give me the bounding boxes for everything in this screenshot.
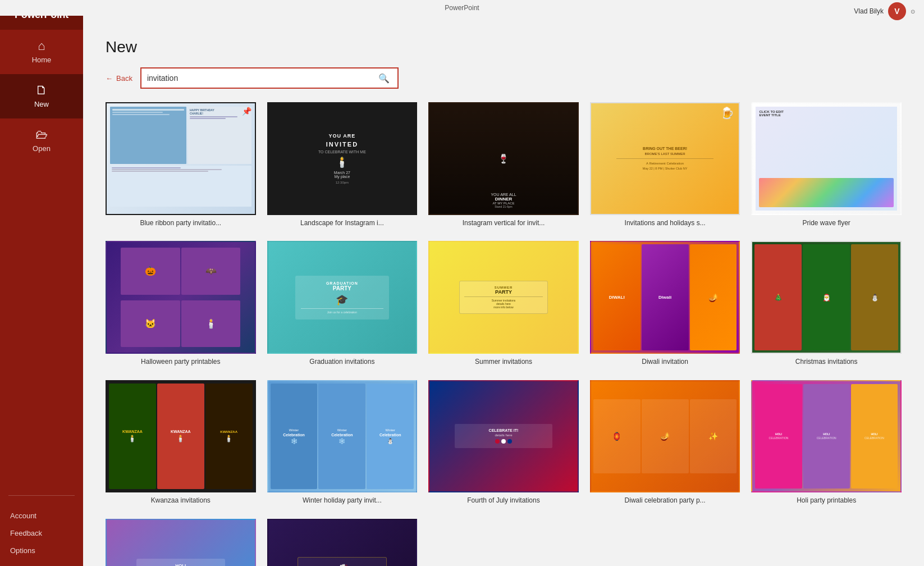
template-name-winter: Winter holiday party invit... <box>267 496 418 505</box>
template-card-halloween[interactable]: 🎃 🦇 🐱 🕯️ Halloween party printables <box>106 241 256 366</box>
back-arrow-icon: ← <box>106 74 113 83</box>
sidebar-nav: ⌂ Home 🗋 New 🗁 Open <box>0 30 83 491</box>
template-name-diwali2: Diwali celebration party p... <box>590 496 740 505</box>
template-card-holi2[interactable]: HOLI Party 🎨 Holi party printables <box>106 519 256 566</box>
template-name-summer: Summer invitations <box>428 358 579 367</box>
template-name-pride: Pride wave flyer <box>751 219 902 228</box>
template-name-christmas: Christmas invitations <box>751 358 902 367</box>
sidebar-divider <box>8 495 75 496</box>
template-card-winter[interactable]: Winter Celebration ❄️ Winter Celebration… <box>267 380 418 505</box>
template-name-holi: Holi party printables <box>751 496 902 505</box>
template-name-instagram: Instagram vertical for invit... <box>428 219 579 228</box>
app-top-label: PowerPoint <box>445 4 479 12</box>
template-name-july4: Fourth of July invitations <box>428 496 579 505</box>
template-thumb-summer: SUMMER PARTY Summer invitations details … <box>428 241 579 354</box>
template-card-holi[interactable]: HOLI CELEBRATION HOLI CELEBRATION HOLI C… <box>751 380 902 505</box>
sidebar-bottom: Account Feedback Options <box>0 500 83 566</box>
sidebar-item-label-home: Home <box>32 56 52 64</box>
template-card-graduation[interactable]: GRADUATION PARTY 🎓 Join us for a celebra… <box>267 241 418 366</box>
template-thumb-holi2: HOLI Party 🎨 <box>106 519 256 566</box>
template-card-blue-ribbon[interactable]: HAPPY BIRTHDAYCHARLIE! 📌 Blue ribbon par… <box>106 102 256 227</box>
template-card-landscape[interactable]: YOU ARE INVITED TO CELEBRATE WITH ME 🕯️ … <box>267 102 418 227</box>
template-name-holidays: Invitations and holidays s... <box>590 219 740 228</box>
template-thumb-halloween: 🎃 🦇 🐱 🕯️ <box>106 241 256 354</box>
home-icon: ⌂ <box>38 40 45 52</box>
template-card-holidays[interactable]: BRING OUT THE BEER! BROME'S LAST SUMMER … <box>590 102 740 227</box>
template-name-diwali: Diwali invitation <box>590 358 740 367</box>
search-box: 🔍 <box>140 67 399 89</box>
template-thumb-champagne: 🥂 Toast Celebration <box>267 519 418 566</box>
sidebar-item-feedback[interactable]: Feedback <box>0 524 83 542</box>
template-thumb-diwali: DIWALI Diwali 🪔 <box>590 241 740 354</box>
template-card-summer[interactable]: SUMMER PARTY Summer invitations details … <box>428 241 579 366</box>
template-thumb-instagram: YOU ARE ALL DINNER AT MY PLACE Stand 21-… <box>428 102 579 215</box>
sidebar-item-home[interactable]: ⌂ Home <box>0 30 83 74</box>
template-name-kwanzaa: Kwanzaa invitations <box>106 496 256 505</box>
template-thumb-july4: CELEBRATE IT! details here <box>428 380 579 493</box>
back-label: Back <box>116 74 132 83</box>
template-name-landscape: Landscape for Instagram i... <box>267 219 418 228</box>
page-title: New <box>106 38 902 56</box>
template-thumb-pride: CLICK TO EDITEVENT TITLE <box>751 102 902 215</box>
sidebar-item-options[interactable]: Options <box>0 542 83 559</box>
user-avatar: V <box>888 2 906 20</box>
template-card-july4[interactable]: CELEBRATE IT! details here Fourth of Jul… <box>428 380 579 505</box>
template-thumb-winter: Winter Celebration ❄️ Winter Celebration… <box>267 380 418 493</box>
template-thumb-blue-ribbon: HAPPY BIRTHDAYCHARLIE! 📌 <box>106 102 256 215</box>
template-card-diwali[interactable]: DIWALI Diwali 🪔 Diwali invitation <box>590 241 740 366</box>
pin-icon: 📌 <box>242 107 251 116</box>
templates-grid: HAPPY BIRTHDAYCHARLIE! 📌 Blue ribbon par… <box>106 102 902 566</box>
back-button[interactable]: ← Back <box>106 74 132 83</box>
template-card-pride[interactable]: CLICK TO EDITEVENT TITLE Pride wave flye… <box>751 102 902 227</box>
template-card-champagne[interactable]: 🥂 Toast Celebration Champagne toast <box>267 519 418 566</box>
new-icon: 🗋 <box>35 84 48 97</box>
main-content: New ← Back 🔍 <box>83 16 924 566</box>
template-card-kwanzaa[interactable]: KWANZAA 🕯️ KWANZAA 🕯️ KWANZAA 🕯️ Kwanzaa… <box>106 380 256 505</box>
sidebar-item-new[interactable]: 🗋 New <box>0 74 83 118</box>
template-card-instagram[interactable]: YOU ARE ALL DINNER AT MY PLACE Stand 21-… <box>428 102 579 227</box>
template-card-christmas[interactable]: 🎄 🎅 ⛄ Christmas invitations <box>751 241 902 366</box>
template-name-halloween: Halloween party printables <box>106 358 256 367</box>
sidebar-item-open[interactable]: 🗁 Open <box>0 118 83 163</box>
search-button[interactable]: 🔍 <box>376 73 392 84</box>
template-thumb-diwali2: 🏮 🪔 ✨ <box>590 380 740 493</box>
search-container: ← Back 🔍 <box>106 67 902 89</box>
sidebar: PowerPoint ⌂ Home 🗋 New 🗁 Open Account F… <box>0 0 83 566</box>
template-name-graduation: Graduation invitations <box>267 358 418 367</box>
template-name-blue-ribbon: Blue ribbon party invitatio... <box>106 219 256 228</box>
template-thumb-christmas: 🎄 🎅 ⛄ <box>751 241 902 354</box>
search-input[interactable] <box>147 74 376 83</box>
template-thumb-kwanzaa: KWANZAA 🕯️ KWANZAA 🕯️ KWANZAA 🕯️ <box>106 380 256 493</box>
template-card-diwali2[interactable]: 🏮 🪔 ✨ Diwali celebration party p... <box>590 380 740 505</box>
sidebar-item-label-open: Open <box>33 144 51 153</box>
template-thumb-holidays: BRING OUT THE BEER! BROME'S LAST SUMMER … <box>590 102 740 215</box>
user-name: Vlad Bilyk <box>854 7 884 15</box>
template-thumb-holi: HOLI CELEBRATION HOLI CELEBRATION HOLI C… <box>751 380 902 493</box>
user-info: Vlad Bilyk V ⊙ <box>854 2 915 20</box>
template-thumb-graduation: GRADUATION PARTY 🎓 Join us for a celebra… <box>267 241 418 354</box>
sidebar-item-account[interactable]: Account <box>0 507 83 524</box>
open-icon: 🗁 <box>35 129 48 141</box>
sidebar-item-label-new: New <box>34 100 49 108</box>
template-thumb-landscape: YOU ARE INVITED TO CELEBRATE WITH ME 🕯️ … <box>267 102 418 215</box>
